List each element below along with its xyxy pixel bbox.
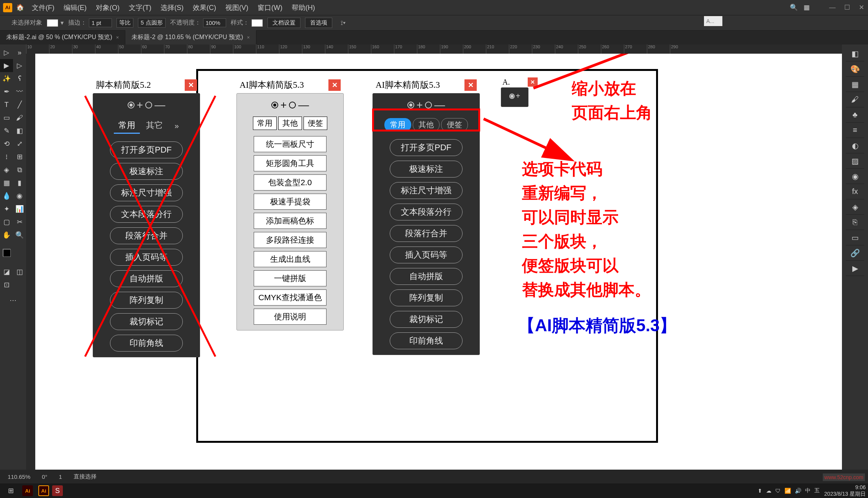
- radio-on-icon[interactable]: [509, 94, 515, 99]
- screen-mode[interactable]: ⊡: [0, 278, 13, 291]
- panel1-btn-2[interactable]: 标注尺寸增强: [110, 184, 183, 201]
- menu-help[interactable]: 帮助(H): [292, 3, 315, 12]
- stroke-width-input[interactable]: [89, 18, 112, 27]
- radio-on-icon[interactable]: [128, 102, 135, 108]
- hand-tool[interactable]: ✋: [0, 228, 13, 242]
- canvas[interactable]: 脚本精简版5.2 ✕ + — 常用 其它 » 打开多页PDF 极速标注 标注尺寸…: [35, 54, 842, 470]
- panel3-btn-1[interactable]: 极速标注: [390, 161, 463, 178]
- pen-tool[interactable]: ✒: [0, 85, 13, 98]
- scale-tool[interactable]: ⤢: [13, 137, 26, 150]
- search-icon[interactable]: 🔍: [790, 3, 798, 12]
- symbols-panel-icon[interactable]: ♣: [846, 107, 864, 123]
- taskbar-clock[interactable]: 9:06 2023/8/13 星期日: [824, 484, 866, 497]
- panel2-btn-3[interactable]: 极速手提袋: [254, 194, 327, 210]
- minimize-icon[interactable]: —: [829, 4, 836, 12]
- rotation-angle[interactable]: 0°: [42, 473, 47, 480]
- panel3-btn-6[interactable]: 自动拼版: [390, 268, 463, 285]
- workspace-icon[interactable]: ▦: [804, 3, 810, 12]
- panel2-btn-4[interactable]: 添加画稿色标: [254, 213, 327, 229]
- artboard-tool[interactable]: ▢: [0, 215, 13, 228]
- radio-off-icon[interactable]: [425, 102, 432, 108]
- mesh-tool[interactable]: ▦: [0, 176, 13, 189]
- panel3-btn-2[interactable]: 标注尺寸增强: [390, 182, 463, 199]
- chevron-right-icon[interactable]: »: [174, 122, 179, 130]
- libraries-panel-icon[interactable]: ▶: [846, 261, 864, 276]
- panel2-tab-other[interactable]: 其他: [278, 117, 302, 130]
- doc-tab-1[interactable]: 未标题-2.ai @ 50 % (CMYK/CPU 预览) ×: [0, 30, 125, 44]
- panel1-btn-4[interactable]: 段落行合并: [110, 227, 183, 244]
- panel3-btn-8[interactable]: 裁切标记: [390, 311, 463, 328]
- swatch-dropdown-icon[interactable]: ▾: [61, 19, 64, 26]
- panel3-btn-4[interactable]: 段落行合并: [390, 225, 463, 242]
- asset-export-panel-icon[interactable]: ⎘: [846, 215, 864, 230]
- zoom-level[interactable]: 110.65%: [8, 473, 30, 480]
- radio-off-icon[interactable]: [145, 102, 152, 108]
- start-button[interactable]: ⊞: [2, 484, 19, 497]
- curvature-tool[interactable]: 〰: [13, 85, 26, 98]
- blend-tool[interactable]: ◉: [13, 189, 26, 202]
- brushes-panel-icon[interactable]: 🖌: [846, 92, 864, 107]
- panel2-tab-common[interactable]: 常用: [253, 117, 277, 130]
- panel3-btn-7[interactable]: 阵列复制: [390, 289, 463, 306]
- menu-effect[interactable]: 效果(C): [193, 3, 216, 12]
- swatches-panel-icon[interactable]: ▦: [846, 77, 864, 92]
- panel1-close-button[interactable]: ✕: [185, 79, 197, 91]
- graph-tool[interactable]: 📊: [13, 202, 26, 215]
- panel2-btn-6[interactable]: 生成出血线: [254, 251, 327, 267]
- links-panel-icon[interactable]: 🔗: [846, 245, 864, 261]
- radio-on-icon[interactable]: [407, 102, 414, 108]
- gradient-panel-icon[interactable]: ◐: [846, 138, 864, 153]
- tray-icon[interactable]: ☁: [766, 488, 771, 494]
- panel2-btn-9[interactable]: 使用说明: [254, 309, 327, 325]
- align-icon[interactable]: ⟟▾: [341, 20, 346, 26]
- artboard-number[interactable]: 1: [59, 473, 62, 480]
- radio-on-icon[interactable]: [271, 102, 278, 108]
- line-tool[interactable]: ╱: [13, 98, 26, 111]
- transparency-panel-icon[interactable]: ▨: [846, 153, 864, 169]
- shape-builder-tool[interactable]: ◈: [0, 163, 13, 176]
- preferences-button[interactable]: 首选项: [305, 18, 332, 28]
- panel3-btn-9[interactable]: 印前角线: [390, 332, 463, 349]
- graphic-styles-panel-icon[interactable]: fx: [846, 184, 864, 199]
- menu-edit[interactable]: 编辑(E): [64, 3, 87, 12]
- width-tool[interactable]: ⫶: [0, 150, 13, 163]
- color-mode[interactable]: ◪: [0, 265, 13, 278]
- panel1-btn-6[interactable]: 自动拼版: [110, 270, 183, 287]
- panel3-close-button[interactable]: ✕: [464, 79, 477, 91]
- panel2-btn-5[interactable]: 多段路径连接: [254, 232, 327, 248]
- perspective-tool[interactable]: ⧉: [13, 163, 26, 176]
- doc-tab-1-close-icon[interactable]: ×: [116, 35, 119, 40]
- type-tool[interactable]: T: [0, 98, 13, 111]
- panel4-close-button[interactable]: ✕: [528, 77, 538, 87]
- edit-toolbar[interactable]: ⋯: [7, 294, 20, 307]
- shaper-tool[interactable]: ✎: [0, 124, 13, 137]
- layers-panel-icon[interactable]: ◈: [846, 199, 864, 215]
- panel1-tab-other[interactable]: 其它: [141, 118, 167, 134]
- panel3-btn-5[interactable]: 插入页码等: [390, 247, 463, 263]
- doc-setup-button[interactable]: 文档设置: [267, 18, 300, 28]
- panel1-btn-3[interactable]: 文本段落分行: [110, 206, 183, 223]
- scale-dropdown[interactable]: 等比: [116, 18, 133, 28]
- menu-type[interactable]: 文字(T): [129, 3, 151, 12]
- selection-tool[interactable]: ▶: [0, 59, 13, 72]
- close-icon[interactable]: ✕: [858, 3, 865, 12]
- ime-zh-icon[interactable]: 中: [805, 487, 811, 494]
- fill-stroke-swatch[interactable]: [0, 246, 13, 259]
- tray-volume-icon[interactable]: 🔊: [795, 488, 801, 494]
- tray-icon[interactable]: ⬆: [758, 488, 762, 494]
- tray-network-icon[interactable]: 📶: [784, 488, 791, 494]
- fill-swatch[interactable]: [47, 19, 58, 27]
- taskbar-ai-icon-1[interactable]: Ai: [22, 485, 33, 496]
- menu-file[interactable]: 文件(F): [32, 3, 54, 12]
- tray-icon[interactable]: 🛡: [775, 488, 781, 494]
- properties-panel-icon[interactable]: ◧: [846, 46, 864, 61]
- draw-mode[interactable]: ◫: [13, 265, 26, 278]
- panel2-tab-note[interactable]: 便签: [304, 117, 327, 130]
- panel2-btn-2[interactable]: 包装盒型2.0: [254, 174, 327, 191]
- symbol-sprayer-tool[interactable]: ✦: [0, 202, 13, 215]
- home-icon[interactable]: 🏠: [16, 3, 24, 12]
- paintbrush-tool[interactable]: 🖌: [13, 111, 26, 124]
- slice-tool[interactable]: ✂: [13, 215, 26, 228]
- rotate-tool[interactable]: ⟲: [0, 137, 13, 150]
- ime-icon[interactable]: 五: [814, 487, 820, 494]
